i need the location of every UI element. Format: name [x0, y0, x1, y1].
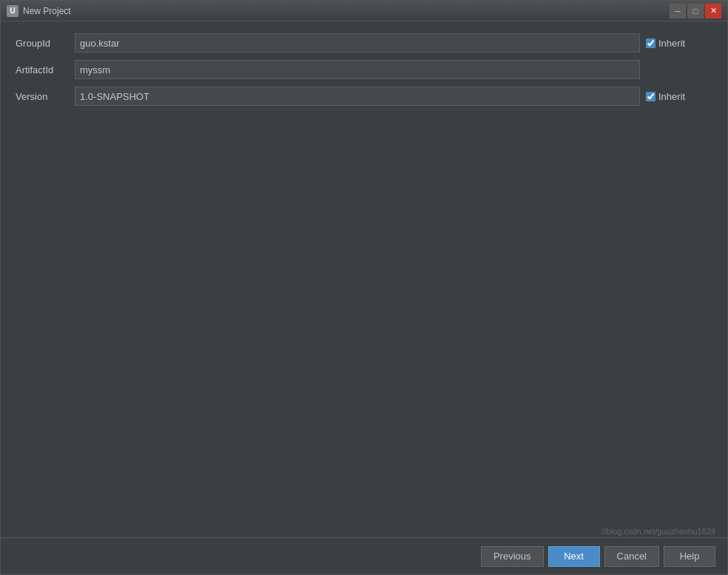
inherit-version-label: Inherit: [658, 91, 685, 102]
watermark: //blog.csdn.net/guozhaohu1628: [601, 527, 715, 536]
help-button[interactable]: Help: [664, 546, 715, 567]
version-input[interactable]: [75, 87, 640, 106]
previous-button[interactable]: Previous: [481, 546, 544, 567]
inherit-version-checkbox[interactable]: [646, 92, 655, 101]
inherit-version-container: Inherit: [646, 91, 712, 102]
bottom-bar: Previous Next Cancel Help: [1, 537, 727, 574]
group-id-input[interactable]: [75, 33, 640, 53]
group-id-row: GroupId Inherit: [16, 33, 712, 53]
cancel-button[interactable]: Cancel: [604, 546, 659, 567]
content-area: GroupId Inherit ArtifactId Version Inher…: [1, 21, 727, 537]
window-title: New Project: [23, 6, 670, 16]
group-id-label: GroupId: [16, 38, 75, 49]
artifact-id-row: ArtifactId: [16, 60, 712, 79]
artifact-id-label: ArtifactId: [16, 64, 75, 75]
version-label: Version: [16, 91, 75, 102]
title-bar-controls: ─ □ ✕: [670, 4, 721, 19]
minimize-button[interactable]: ─: [670, 4, 686, 19]
maximize-button[interactable]: □: [687, 4, 704, 19]
version-row: Version Inherit: [16, 87, 712, 106]
inherit-group-id-label: Inherit: [658, 38, 685, 49]
close-button[interactable]: ✕: [705, 4, 721, 19]
inherit-group-id-container: Inherit: [646, 38, 712, 49]
next-button[interactable]: Next: [548, 546, 600, 567]
artifact-id-input[interactable]: [75, 60, 640, 79]
new-project-window: U New Project ─ □ ✕ GroupId Inherit Arti…: [0, 0, 728, 575]
inherit-group-id-checkbox[interactable]: [646, 38, 655, 48]
window-icon: U: [7, 5, 18, 17]
title-bar: U New Project ─ □ ✕: [1, 1, 727, 21]
